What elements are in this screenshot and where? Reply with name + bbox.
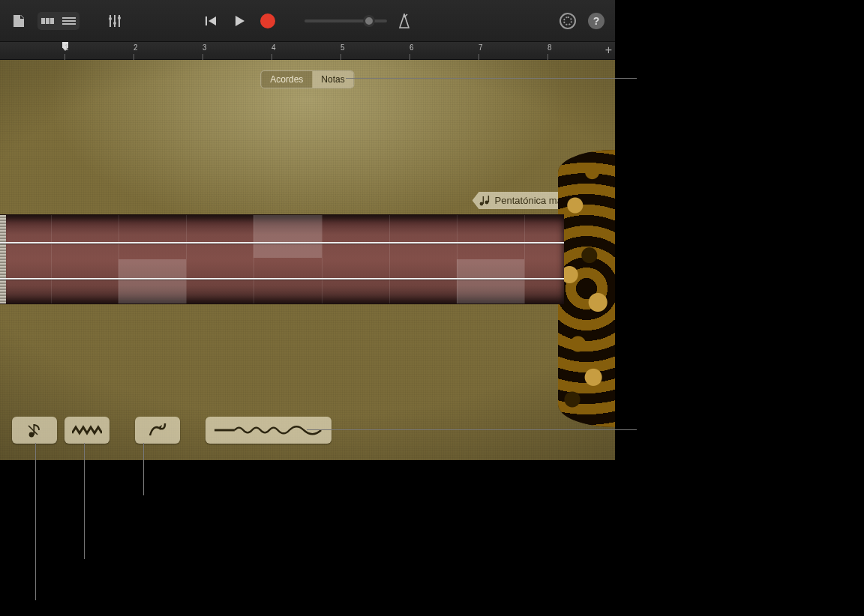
- callout-line: [84, 443, 85, 559]
- mixer-icon[interactable]: [102, 8, 128, 34]
- grace-note-button[interactable]: [12, 417, 57, 444]
- instrument-body: [558, 150, 615, 427]
- svg-rect-12: [206, 16, 207, 25]
- settings-icon[interactable]: [556, 10, 579, 32]
- svg-point-11: [118, 16, 121, 19]
- ruler-tick: 3: [202, 43, 207, 52]
- trill-button[interactable]: [64, 417, 110, 444]
- ruler-tick: 1: [64, 43, 69, 52]
- string-2[interactable]: [0, 278, 564, 280]
- svg-rect-21: [33, 424, 34, 435]
- toolbar: ?: [0, 0, 615, 42]
- svg-rect-19: [488, 196, 489, 202]
- svg-rect-4: [62, 20, 76, 22]
- callout-line: [307, 429, 637, 430]
- ruler-tick: 2: [134, 43, 138, 52]
- notes-tab[interactable]: Notas: [312, 71, 353, 88]
- play-icon[interactable]: [228, 10, 250, 32]
- callout-line: [143, 443, 144, 495]
- view-toggle: [38, 12, 80, 30]
- ruler-tick: 4: [272, 43, 276, 52]
- add-section-button[interactable]: +: [605, 43, 612, 57]
- volume-slider[interactable]: [304, 19, 387, 22]
- pitch-bend-slider[interactable]: [206, 417, 332, 444]
- timeline-ruler[interactable]: 1 2 3 4 5 6 7 8 +: [0, 42, 615, 60]
- svg-rect-8: [114, 15, 116, 27]
- list-view-icon[interactable]: [58, 12, 80, 30]
- instrument-stage: Acordes Notas Pentatónica mayor: [0, 60, 615, 460]
- browser-icon[interactable]: [6, 8, 32, 34]
- svg-point-7: [109, 17, 112, 20]
- svg-point-9: [113, 22, 116, 25]
- chords-tab[interactable]: Acordes: [261, 71, 312, 88]
- svg-rect-17: [482, 196, 484, 204]
- articulation-controls: [12, 417, 332, 444]
- svg-rect-0: [41, 18, 45, 24]
- ruler-tick: 5: [340, 43, 345, 52]
- string-1[interactable]: [0, 242, 564, 244]
- svg-marker-13: [208, 16, 216, 25]
- svg-marker-14: [236, 16, 244, 26]
- svg-rect-3: [62, 17, 76, 19]
- svg-rect-2: [50, 18, 54, 24]
- fretboard[interactable]: [0, 214, 564, 304]
- callout-line: [346, 78, 637, 79]
- svg-rect-5: [62, 23, 76, 25]
- callout-line: [35, 443, 36, 600]
- ornament-button[interactable]: [135, 417, 180, 444]
- ruler-tick: 7: [478, 43, 483, 52]
- svg-rect-6: [110, 15, 111, 27]
- metronome-icon[interactable]: [393, 10, 416, 32]
- svg-point-20: [29, 432, 34, 438]
- mode-segmented-control: Acordes Notas: [260, 70, 354, 88]
- record-button[interactable]: [256, 10, 279, 32]
- svg-rect-1: [46, 18, 50, 24]
- rewind-icon[interactable]: [200, 10, 222, 32]
- app-frame: ? 1 2 3 4 5 6 7 8 + Acordes Notas Pentat…: [0, 0, 615, 460]
- tracks-view-icon[interactable]: [38, 12, 58, 30]
- ruler-tick: 6: [410, 43, 414, 52]
- help-icon[interactable]: ?: [585, 10, 608, 32]
- ruler-tick: 8: [548, 43, 552, 52]
